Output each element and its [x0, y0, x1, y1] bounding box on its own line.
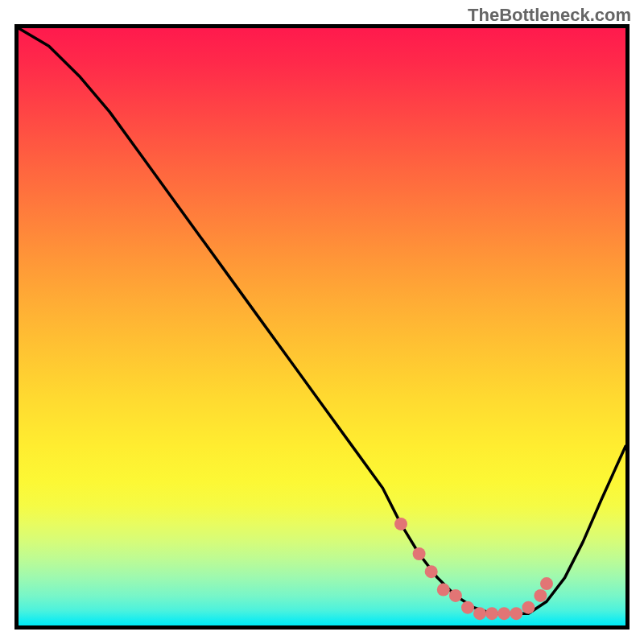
svg-point-6 [473, 607, 486, 620]
svg-point-5 [461, 601, 474, 614]
svg-point-10 [522, 601, 535, 614]
svg-point-9 [510, 607, 522, 620]
svg-point-7 [485, 607, 498, 620]
svg-point-12 [540, 577, 553, 590]
bottleneck-chart: TheBottleneck.com [0, 0, 644, 644]
curve-layer [19, 28, 625, 625]
svg-point-8 [497, 607, 510, 620]
svg-point-1 [413, 547, 426, 560]
optimal-markers [394, 518, 553, 620]
svg-point-2 [425, 565, 438, 578]
svg-point-4 [449, 589, 462, 602]
bottleneck-curve [19, 28, 625, 613]
watermark: TheBottleneck.com [468, 5, 631, 26]
plot-area [14, 24, 630, 630]
svg-point-11 [534, 589, 547, 602]
svg-point-3 [437, 584, 450, 597]
svg-point-0 [394, 518, 407, 530]
